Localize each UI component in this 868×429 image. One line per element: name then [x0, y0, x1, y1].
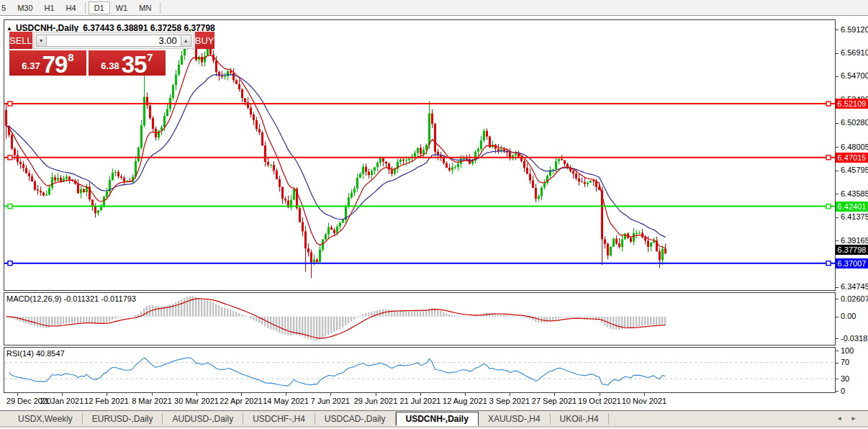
candle-body: [279, 179, 281, 187]
macd-histogram-bar: [143, 308, 145, 317]
macd-histogram-bar: [83, 317, 84, 322]
macd-histogram-bar: [353, 317, 355, 320]
macd-histogram-bar: [221, 307, 222, 317]
rsi-tick-label: 70: [841, 358, 849, 367]
candle-body: [241, 89, 243, 98]
macd-histogram-bar: [647, 317, 648, 325]
candle-body: [333, 230, 335, 233]
candle-body: [405, 161, 407, 161]
tab-usdcnh-daily[interactable]: USDCNH-,Daily: [396, 412, 479, 426]
candle-body: [575, 173, 577, 179]
macd-histogram-bar: [466, 316, 467, 317]
chart-title-marker-icon: ▲: [6, 25, 12, 32]
volume-increase-icon[interactable]: ▲: [181, 35, 191, 47]
date-tick-mark: [107, 393, 107, 396]
tab-audusd-daily[interactable]: AUDUSD-,Daily: [163, 413, 243, 425]
candle-body: [22, 164, 24, 168]
rsi-tick-label: 0: [841, 387, 845, 396]
line-handle: [8, 204, 12, 209]
macd-histogram-bar: [215, 304, 217, 317]
timeframe-button-5[interactable]: 5: [0, 1, 12, 14]
candle-body: [120, 176, 122, 178]
timeframe-button-h1[interactable]: H1: [39, 1, 60, 14]
macd-histogram-bar: [474, 316, 476, 317]
macd-histogram-bar: [414, 310, 415, 317]
macd-histogram-bar: [319, 317, 320, 340]
macd-histogram-bar: [362, 314, 363, 317]
tab-usdchf-h4[interactable]: USDCHF-,H4: [243, 413, 315, 425]
macd-histogram-bar: [261, 317, 263, 325]
candle-body: [175, 75, 177, 86]
candle-body: [446, 163, 448, 168]
macd-histogram-bar: [512, 316, 513, 317]
candle-body: [515, 154, 517, 155]
candle-body: [644, 238, 646, 241]
macd-histogram-bar: [451, 315, 453, 317]
price-tick-label: 6.50280: [841, 118, 868, 127]
candle-body: [45, 194, 48, 196]
candle-body: [5, 110, 7, 126]
macd-histogram-bar: [569, 317, 571, 317]
tab-usdx-weekly[interactable]: USDX,Weekly: [9, 413, 83, 425]
timeframe-button-h4[interactable]: H4: [60, 1, 82, 14]
tab-scroll-right-icon[interactable]: ►: [851, 416, 856, 422]
sell-button[interactable]: SELL: [9, 32, 32, 49]
rsi-panel: [4, 347, 836, 393]
macd-histogram-bar: [336, 317, 338, 330]
candle-body: [621, 240, 623, 248]
price-tick-mark: [836, 217, 838, 218]
macd-histogram-bar: [189, 296, 191, 317]
buy-price-box[interactable]: 6.38 35 7: [89, 50, 166, 76]
candle-body: [584, 182, 586, 184]
macd-tick-mark: [836, 299, 838, 299]
timeframe-button-w1[interactable]: W1: [110, 1, 134, 14]
candle-body: [94, 207, 96, 213]
tab-ukoil-h4[interactable]: UKOil-,H4: [551, 413, 609, 425]
candle-body: [353, 189, 356, 193]
timeframe-button-d1[interactable]: D1: [89, 1, 110, 14]
candle-body: [359, 174, 361, 178]
tab-xauusd-h4[interactable]: XAUUSD-,H4: [479, 413, 551, 425]
tab-scroll-left-icon[interactable]: ◄: [836, 416, 842, 422]
rsi-tick-label: 100: [841, 346, 854, 356]
candle-body: [466, 158, 468, 159]
tab-usdcad-daily[interactable]: USDCAD-,Daily: [315, 413, 396, 425]
volume-input[interactable]: [47, 35, 181, 47]
candle-body: [451, 167, 453, 170]
candle-body: [408, 159, 410, 161]
macd-histogram-bar: [281, 317, 283, 334]
sell-price-box[interactable]: 6.37 79 8: [9, 50, 86, 76]
macd-histogram-bar: [100, 317, 101, 324]
candle-body: [661, 248, 664, 260]
tab-eurusd-daily[interactable]: EURUSD-,Daily: [83, 413, 163, 425]
macd-histogram-bar: [342, 317, 343, 328]
timeframe-button-m30[interactable]: M30: [12, 1, 38, 14]
candle-body: [25, 168, 27, 173]
candle-body: [428, 114, 430, 145]
macd-histogram-bar: [284, 317, 286, 335]
macd-histogram-bar: [290, 317, 291, 335]
candle-body: [244, 98, 246, 102]
timeframe-button-mn[interactable]: MN: [133, 1, 157, 14]
macd-histogram-bar: [322, 317, 323, 338]
candle-body: [431, 114, 433, 125]
volume-decrease-icon[interactable]: ▼: [36, 35, 47, 47]
candle-body: [414, 153, 416, 156]
macd-histogram-bar: [422, 310, 424, 317]
price-tick-mark: [836, 53, 838, 54]
candle-body: [238, 84, 240, 89]
macd-histogram-bar: [575, 317, 577, 318]
macd-histogram-bar: [181, 299, 182, 317]
macd-histogram-bar: [54, 317, 55, 326]
price-tick-label: 6.59120: [841, 25, 868, 35]
rsi-label: RSI(14) 40.8547: [6, 349, 65, 358]
candle-body: [264, 145, 266, 162]
buy-button[interactable]: BUY: [195, 32, 214, 49]
macd-histogram-bar: [638, 317, 640, 326]
date-tick-mark: [196, 393, 197, 396]
candle-body: [638, 232, 641, 233]
candle-body: [37, 189, 39, 191]
candle-body: [325, 235, 327, 240]
macd-histogram-bar: [218, 305, 220, 317]
candle-body: [604, 239, 606, 243]
